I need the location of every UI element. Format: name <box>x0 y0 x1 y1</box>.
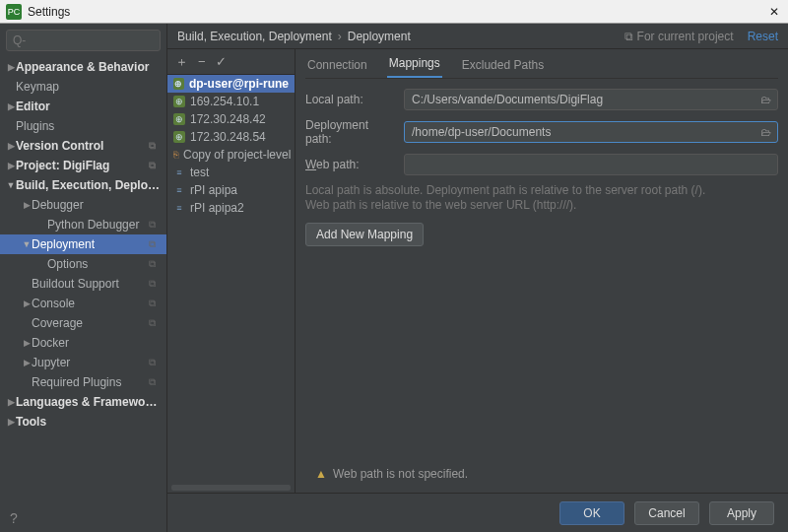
tree-item-label: Python Debugger <box>47 218 149 232</box>
tree-item-label: Keymap <box>16 80 161 94</box>
server-item-label: 169.254.10.1 <box>190 95 259 108</box>
tree-item-label: Project: DigiFlag <box>16 159 149 172</box>
tree-item[interactable]: ▼Deployment⧉ <box>0 234 166 254</box>
warning-text: Web path is not specified. <box>333 467 468 481</box>
scope-icon: ⧉ <box>149 298 161 309</box>
server-item-label: rPI apipa2 <box>190 201 244 215</box>
reset-link[interactable]: Reset <box>748 30 778 43</box>
tree-item[interactable]: Buildout Support⧉ <box>0 274 166 294</box>
server-item-label: dp-user@rpi-rune <box>189 77 289 91</box>
close-icon[interactable]: ✕ <box>766 4 782 20</box>
tab-connection[interactable]: Connection <box>305 52 369 78</box>
tree-item[interactable]: ▼Build, Execution, Deployment <box>0 175 166 195</box>
expand-icon: ▼ <box>22 239 32 249</box>
server-item[interactable]: ≡rPI apipa2 <box>167 199 295 217</box>
warning-bar: ▲ Web path is not specified. <box>305 463 778 485</box>
server-item[interactable]: ⊕dp-user@rpi-rune <box>167 75 295 93</box>
remove-server-icon[interactable]: − <box>198 54 206 69</box>
scope-icon: ⧉ <box>149 317 161 329</box>
ok-button[interactable]: OK <box>559 501 624 525</box>
tree-item[interactable]: ▶Jupyter⧉ <box>0 353 166 372</box>
tree-item[interactable]: ▶Version Control⧉ <box>0 136 166 156</box>
expand-icon: ▶ <box>22 358 32 367</box>
tree-item-label: Tools <box>16 415 161 429</box>
tree-item[interactable]: Coverage⧉ <box>0 313 166 333</box>
tree-item-label: Editor <box>16 100 161 113</box>
web-path-field[interactable] <box>404 154 778 175</box>
web-icon: ⊕ <box>173 131 185 143</box>
expand-icon: ▶ <box>6 62 16 72</box>
tree-item[interactable]: ▶Project: DigiFlag⧉ <box>0 156 166 175</box>
breadcrumb-item: Deployment <box>348 30 411 43</box>
project-scope-label: ⧉For current project <box>624 30 734 43</box>
tree-item-label: Deployment <box>32 237 149 251</box>
tree-item-label: Required Plugins <box>32 375 149 389</box>
tree-item[interactable]: ▶Tools <box>0 412 166 432</box>
expand-icon: ▶ <box>6 161 16 170</box>
expand-icon: ▶ <box>6 417 16 427</box>
scope-icon: ⧉ <box>149 160 161 171</box>
web-path-label: Web path: <box>305 158 396 171</box>
tree-item[interactable]: ▶Debugger <box>0 195 166 215</box>
tree-item-label: Debugger <box>32 198 161 212</box>
server-item[interactable]: ≡rPI apipa <box>167 181 295 199</box>
app-icon: PC <box>6 4 22 20</box>
server-item[interactable]: ⊕172.30.248.42 <box>167 110 295 128</box>
scope-icon: ⧉ <box>624 30 633 43</box>
tree-item[interactable]: Keymap <box>0 77 166 97</box>
server-item-label: 172.30.248.42 <box>190 112 266 126</box>
server-item[interactable]: ≡test <box>167 164 295 181</box>
scope-icon: ⧉ <box>149 376 161 388</box>
dialog-footer: OK Cancel Apply <box>167 493 788 532</box>
tree-item[interactable]: ▶Appearance & Behavior <box>0 57 166 77</box>
server-item-label: 172.30.248.54 <box>190 130 266 144</box>
expand-icon: ▶ <box>22 338 32 348</box>
server-item-label: Copy of project-level serv <box>183 148 295 162</box>
search-input[interactable] <box>6 30 161 51</box>
scope-icon: ⧉ <box>149 238 161 250</box>
help-icon[interactable]: ? <box>0 504 166 532</box>
tree-item[interactable]: ▶Docker <box>0 333 166 353</box>
add-mapping-button[interactable]: Add New Mapping <box>305 223 424 246</box>
tabs: Connection Mappings Excluded Paths <box>305 49 778 79</box>
add-server-icon[interactable]: ＋ <box>175 53 188 71</box>
server-item[interactable]: ⎘Copy of project-level serv <box>167 146 295 164</box>
tree-item[interactable]: Plugins <box>0 116 166 136</box>
tab-excluded[interactable]: Excluded Paths <box>460 52 546 78</box>
expand-icon: ▼ <box>6 180 16 190</box>
web-path-input[interactable] <box>409 158 773 171</box>
web-icon: ⊕ <box>173 113 185 125</box>
cancel-button[interactable]: Cancel <box>634 501 699 525</box>
file-icon: ≡ <box>173 202 185 214</box>
server-item[interactable]: ⊕172.30.248.54 <box>167 128 295 146</box>
folder-icon[interactable]: 🗁 <box>758 126 773 138</box>
apply-button[interactable]: Apply <box>709 501 774 525</box>
tree-item-label: Coverage <box>32 316 149 330</box>
tree-item[interactable]: Python Debugger⧉ <box>0 215 166 234</box>
server-toolbar: ＋ − ✓ <box>167 49 295 75</box>
window-title: Settings <box>28 5 766 19</box>
scrollbar[interactable] <box>171 485 291 491</box>
check-icon[interactable]: ✓ <box>216 54 227 69</box>
tree-item[interactable]: ▶Console⧉ <box>0 294 166 313</box>
tree-item[interactable]: Options⧉ <box>0 254 166 274</box>
tree-item[interactable]: Required Plugins⧉ <box>0 372 166 392</box>
deployment-panel: Connection Mappings Excluded Paths Local… <box>296 49 788 493</box>
settings-tree: ▶Appearance & BehaviorKeymap▶EditorPlugi… <box>0 57 166 504</box>
tree-item-label: Jupyter <box>32 356 149 369</box>
deployment-path-field[interactable]: 🗁 <box>404 121 778 143</box>
server-list: ⊕dp-user@rpi-rune⊕169.254.10.1⊕172.30.24… <box>167 75 295 485</box>
server-item[interactable]: ⊕169.254.10.1 <box>167 93 295 110</box>
search-box <box>0 24 166 57</box>
local-path-input[interactable] <box>409 93 758 106</box>
deployment-path-input[interactable] <box>409 125 758 139</box>
breadcrumb-item[interactable]: Build, Execution, Deployment <box>177 30 332 43</box>
deployment-path-label: Deployment path: <box>305 118 396 146</box>
tab-mappings[interactable]: Mappings <box>387 50 442 78</box>
tree-item[interactable]: ▶Languages & Frameworks <box>0 392 166 412</box>
folder-icon[interactable]: 🗁 <box>758 94 773 105</box>
scope-icon: ⧉ <box>149 357 161 368</box>
tree-item[interactable]: ▶Editor <box>0 97 166 116</box>
local-path-field[interactable]: 🗁 <box>404 89 778 110</box>
web-icon: ⊕ <box>173 78 184 90</box>
